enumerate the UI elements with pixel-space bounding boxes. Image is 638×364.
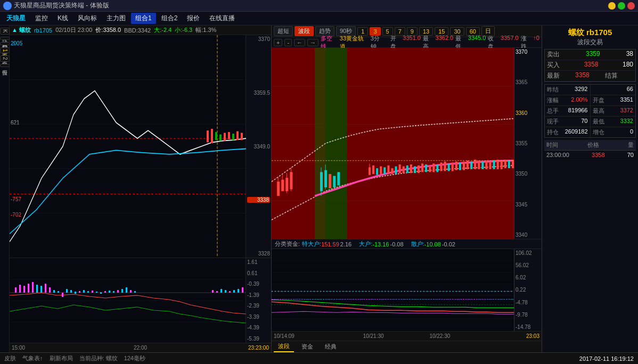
stat-开盘: 开盘 3351 [591, 95, 636, 105]
svg-rect-113 [493, 161, 495, 169]
svg-rect-83 [380, 167, 382, 174]
svg-rect-88 [399, 164, 401, 173]
right-chart-controls: + - ← → 多空线 33黄金轨道 3分钟 开盘 3351.0 最高 3362… [272, 37, 542, 48]
stat-昨结-right: 66 [591, 85, 636, 95]
stat-最高: 最高 3372 [591, 106, 636, 116]
menu-main-chart[interactable]: 主力图 [102, 13, 130, 24]
svg-rect-66 [281, 180, 284, 192]
svg-rect-109 [478, 161, 480, 169]
left-chart-header: ▲ 螺纹 rb1705 02/10日 23:00 价:3358.0 BBD:33… [10, 26, 271, 35]
ob-new-label: 最新 [547, 71, 560, 80]
ob-new-price: 3358 [575, 71, 590, 80]
ctrl-right[interactable]: → [307, 39, 318, 46]
rx-label-3: 10/22:30 [407, 333, 473, 339]
big-player-pct: 2.16 [340, 241, 351, 247]
menu-indicator[interactable]: 风向标 [73, 13, 101, 24]
ind-p-5: -4.78 [516, 300, 541, 305]
trade-row-1: 23:00:00 3358 70 [544, 151, 636, 160]
sub-tab-wave[interactable]: 波段 [274, 341, 294, 352]
svg-rect-110 [481, 162, 484, 169]
menu-kline[interactable]: K线 [53, 13, 72, 24]
menu-group1[interactable]: 组合1 [131, 13, 156, 24]
ctrl-minus[interactable]: - [284, 39, 292, 46]
svg-rect-15 [241, 133, 243, 140]
close-button[interactable] [627, 2, 635, 10]
svg-rect-64 [277, 181, 280, 196]
svg-rect-41 [104, 291, 106, 293]
svg-rect-29 [53, 290, 55, 293]
svg-rect-94 [421, 163, 423, 172]
svg-rect-13 [232, 134, 234, 140]
sidebar-kline[interactable]: K线 [0, 28, 10, 35]
ctrl-add[interactable]: + [274, 39, 282, 46]
stat-现手: 现手 70 [545, 117, 590, 127]
svg-rect-98 [436, 164, 438, 172]
svg-rect-28 [49, 287, 51, 293]
retail-val: -10.08 [424, 241, 441, 247]
maximize-button[interactable] [618, 2, 625, 10]
tab-ultra-short[interactable]: 超短 [274, 26, 293, 36]
svg-rect-56 [242, 287, 243, 293]
right-indicator-chart: 106.02 56.02 6.02 0.22 -4.78 -9.78 -14.7… [272, 249, 542, 331]
info-symbol-name: 螺纹 rb1705 [544, 28, 636, 38]
sidebar-main[interactable]: 主力图 [0, 42, 10, 45]
svg-rect-84 [383, 167, 386, 174]
left-chart-xaxis: 15:00 22:00 23:23:00 [10, 343, 271, 352]
menu-live[interactable]: 在线直播 [205, 13, 239, 24]
svg-rect-12 [228, 132, 230, 139]
sub-price-7: -4.39 [247, 325, 270, 330]
svg-rect-100 [444, 162, 446, 171]
svg-rect-55 [238, 289, 239, 293]
ctrl-left[interactable]: ← [294, 39, 305, 46]
big-player-label: 特大户: [302, 240, 321, 248]
trade-table-header: 时间 价格 量 [544, 140, 636, 151]
large-val: -13.16 [372, 241, 389, 247]
status-skin[interactable]: 皮肤 [4, 354, 16, 362]
svg-rect-14 [236, 131, 239, 140]
menu-quote[interactable]: 报价 [183, 13, 204, 24]
sub-price-5: -2.39 [247, 303, 270, 309]
statusbar: 皮肤 气象表↑ 刷新布局 当前品种: 螺纹 124毫秒 2017-02-11 1… [0, 352, 638, 364]
menu-tianlanxing[interactable]: 天狼星 [2, 13, 30, 24]
info-panel: 螺纹 rb1705 波段交易 卖出 3359 38 买入 3358 180 最新… [542, 26, 638, 352]
right-sub-tabs: 波段 资金 经典 [272, 341, 542, 352]
svg-rect-63 [325, 48, 347, 239]
menu-group2[interactable]: 组合2 [157, 13, 182, 24]
svg-rect-11 [224, 133, 226, 141]
sub-chart-area: 1.61 0.61 -0.39 -1.39 -2.39 -3.39 -4.39 … [10, 258, 271, 343]
sidebar-report[interactable]: 报告 [0, 64, 10, 67]
sidebar-group1[interactable]: 组合1 [0, 47, 10, 54]
title-left: 天狼星商品期货决策终端 - 体验版 [3, 1, 109, 10]
indicator-svg [272, 249, 514, 331]
ob-buy-price: 3358 [584, 61, 599, 70]
rx-label-2: 10/21:30 [340, 333, 407, 339]
svg-rect-117 [508, 161, 510, 168]
sub-price-8: -5.39 [247, 336, 270, 342]
svg-rect-27 [45, 284, 46, 293]
sub-tab-fund[interactable]: 资金 [297, 342, 317, 352]
chart-date: 02/10日 23:00 [55, 26, 92, 34]
sidebar-group2[interactable]: 组合2 [0, 55, 10, 62]
ob-settle-label: 结算 [605, 71, 618, 80]
rc-price-1: 3370 [516, 49, 541, 55]
sub-tab-classic[interactable]: 经典 [321, 342, 341, 352]
status-refresh[interactable]: 刷新布局 [50, 354, 73, 362]
left-chart: ▲ 螺纹 rb1705 02/10日 23:00 价:3358.0 BBD:33… [10, 26, 272, 352]
svg-rect-9 [215, 132, 217, 140]
price-3359: 3359.5 [247, 90, 270, 96]
sidebar-indicator[interactable]: 风回标 [0, 37, 10, 40]
svg-rect-77 [333, 176, 336, 188]
rx-label-4: 23:03 [473, 333, 539, 339]
stat-总手: 总手 819966 [545, 106, 590, 116]
sub-price-1: 1.61 [247, 259, 270, 265]
tab-wave[interactable]: 波段 [295, 26, 314, 36]
chart-change-small: 小:-6.3 [175, 26, 192, 34]
tr-vol: 70 [627, 152, 634, 158]
minimize-button[interactable] [608, 2, 616, 10]
status-weather[interactable]: 气象表↑ [22, 354, 43, 362]
title-text: 天狼星商品期货决策终端 - 体验版 [14, 1, 109, 10]
menubar: 天狼星 监控 K线 风向标 主力图 组合1 组合2 报价 在线直播 [0, 12, 638, 26]
svg-rect-76 [329, 174, 331, 188]
menu-monitor[interactable]: 监控 [31, 13, 52, 24]
window-controls [608, 2, 635, 10]
